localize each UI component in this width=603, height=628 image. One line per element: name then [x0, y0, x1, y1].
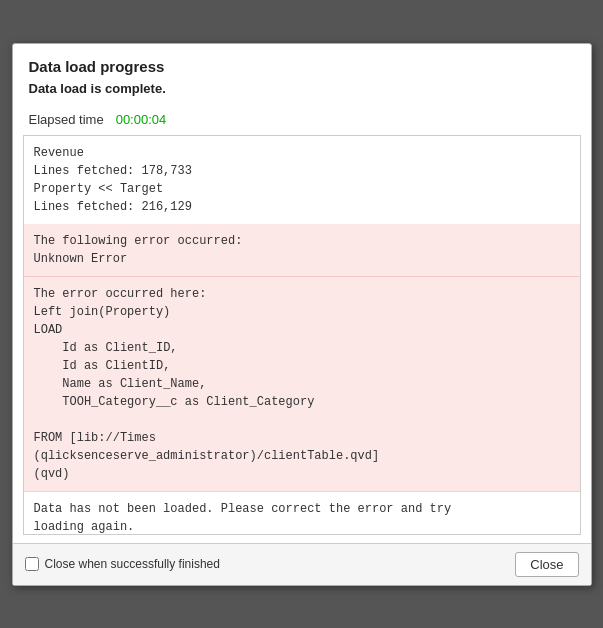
elapsed-value: 00:00:04 — [116, 112, 167, 127]
log-error-header: The following error occurred: — [34, 232, 570, 250]
log-error-detail-section: The error occurred here: Left join(Prope… — [24, 276, 580, 491]
close-button[interactable]: Close — [515, 552, 578, 577]
elapsed-row: Elapsed time 00:00:04 — [13, 102, 591, 135]
dialog-footer: Close when successfully finished Close — [13, 543, 591, 585]
dialog-header: Data load progress Data load is complete… — [13, 44, 591, 102]
close-when-finished-checkbox[interactable] — [25, 557, 39, 571]
log-error-body: Unknown Error — [34, 250, 570, 268]
log-final-text: Data has not been loaded. Please correct… — [34, 500, 570, 535]
data-load-dialog: Data load progress Data load is complete… — [12, 43, 592, 586]
log-final-section: Data has not been loaded. Please correct… — [24, 491, 580, 535]
dialog-subtitle: Data load is complete. — [29, 81, 575, 96]
dialog-title: Data load progress — [29, 58, 575, 75]
close-when-finished-text: Close when successfully finished — [45, 557, 220, 571]
log-error-detail-header: The error occurred here: — [34, 285, 570, 303]
log-container[interactable]: Revenue Lines fetched: 178,733 Property … — [23, 135, 581, 535]
log-error-detail-body: Left join(Property) LOAD Id as Client_ID… — [34, 303, 570, 483]
log-normal-section: Revenue Lines fetched: 178,733 Property … — [24, 136, 580, 224]
log-normal-text: Revenue Lines fetched: 178,733 Property … — [34, 144, 570, 216]
log-error-section: The following error occurred: Unknown Er… — [24, 224, 580, 276]
close-when-finished-label[interactable]: Close when successfully finished — [25, 557, 220, 571]
elapsed-label: Elapsed time — [29, 112, 104, 127]
